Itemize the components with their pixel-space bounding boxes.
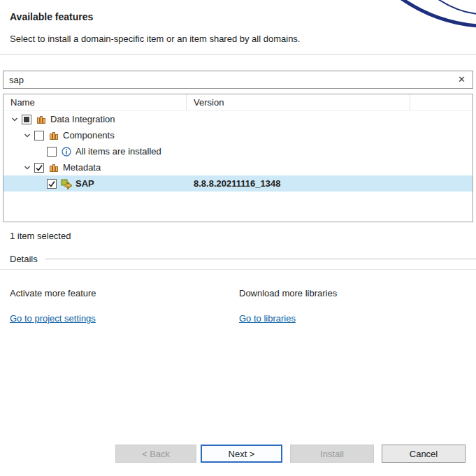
details-section-download-more-libraries: Download more librariesGo to libraries <box>239 288 468 324</box>
details-group: Details Activate more featureGo to proje… <box>0 254 476 324</box>
checkbox-all-items-are-installed[interactable] <box>47 147 57 157</box>
clear-search-icon[interactable]: ✕ <box>451 71 473 88</box>
row-label: Data Integration <box>50 114 115 124</box>
table-body: Data IntegrationComponentsAll items are … <box>3 111 473 192</box>
features-table: Name Version Data IntegrationComponentsA… <box>3 94 473 222</box>
details-group-underline <box>0 269 476 270</box>
install-button[interactable]: Install <box>290 445 374 463</box>
details-group-rule <box>45 259 476 259</box>
checkbox-metadata[interactable] <box>34 163 44 173</box>
row-version <box>187 111 473 127</box>
next-button[interactable]: Next > <box>201 445 282 463</box>
data-integration-icon <box>36 114 47 125</box>
row-version <box>187 143 473 159</box>
metadata-icon <box>48 162 59 173</box>
row-version <box>187 127 473 143</box>
details-columns: Activate more featureGo to project setti… <box>0 288 476 324</box>
expand-arrow-icon[interactable] <box>20 159 34 175</box>
column-header-name[interactable]: Name <box>3 94 187 110</box>
expand-arrow-icon[interactable] <box>20 127 34 143</box>
twistie-spacer <box>33 175 47 192</box>
tree-row-data-integration[interactable]: Data Integration <box>3 111 473 127</box>
checkbox-components[interactable] <box>34 131 44 140</box>
selection-status: 1 item selected <box>10 231 466 241</box>
twistie-spacer <box>33 143 47 159</box>
tree-row-components[interactable]: Components <box>3 127 473 143</box>
row-label: All items are installed <box>75 146 161 157</box>
details-heading: Download more libraries <box>239 288 468 298</box>
link-go-to-project-settings[interactable]: Go to project settings <box>10 313 96 324</box>
page-title: Available features <box>10 11 466 22</box>
column-header-version[interactable]: Version <box>187 94 410 110</box>
row-version <box>187 159 473 175</box>
cancel-button[interactable]: Cancel <box>382 445 466 463</box>
checkbox-sap[interactable] <box>47 179 57 189</box>
tree-row-sap[interactable]: SAP8.8.8.20211116_1348 <box>3 175 473 192</box>
row-label: SAP <box>75 178 94 189</box>
tree-row-all-items-are-installed[interactable]: All items are installed <box>3 143 473 159</box>
row-label: Components <box>63 130 115 140</box>
search-input[interactable] <box>3 75 451 85</box>
info-icon <box>61 146 72 157</box>
details-section-activate-more-feature: Activate more featureGo to project setti… <box>10 288 239 324</box>
sap-icon <box>61 178 72 189</box>
checkbox-data-integration[interactable] <box>22 115 31 124</box>
wizard-header: Available features Select to install a d… <box>0 0 476 44</box>
row-label: Metadata <box>63 162 101 173</box>
details-group-label: Details <box>10 254 38 264</box>
header-separator <box>0 54 476 55</box>
row-version: 8.8.8.20211116_1348 <box>187 175 473 192</box>
search-field[interactable]: ✕ <box>3 71 473 89</box>
link-go-to-libraries[interactable]: Go to libraries <box>239 313 296 324</box>
details-heading: Activate more feature <box>10 288 239 298</box>
back-button[interactable]: < Back <box>115 445 196 463</box>
table-header: Name Version <box>3 94 473 111</box>
page-subtitle: Select to install a domain-specific item… <box>10 34 466 44</box>
tree-row-metadata[interactable]: Metadata <box>3 159 473 175</box>
expand-arrow-icon[interactable] <box>8 111 22 127</box>
components-icon <box>48 130 59 141</box>
button-bar: < Back Next > Install Cancel <box>0 445 476 463</box>
